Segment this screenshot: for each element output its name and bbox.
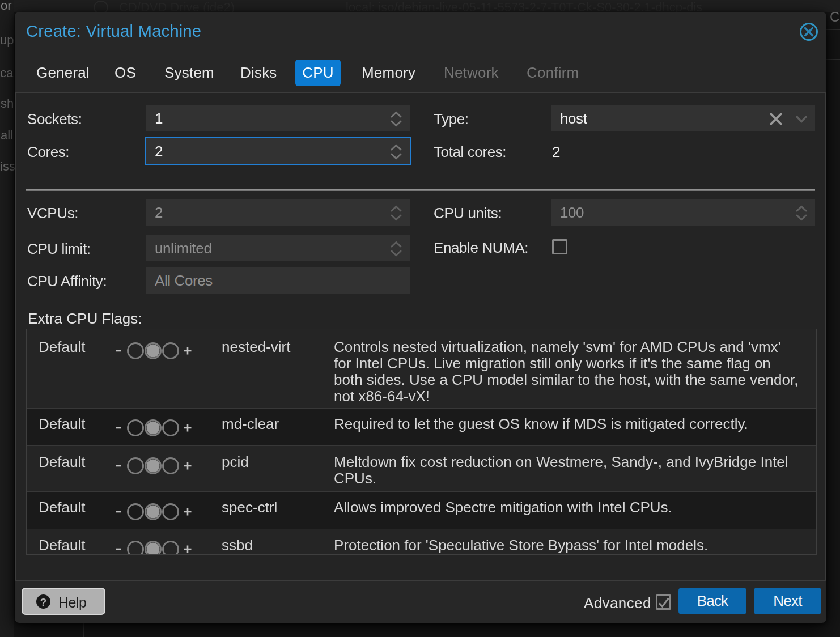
svg-text:?: ?: [40, 596, 47, 608]
